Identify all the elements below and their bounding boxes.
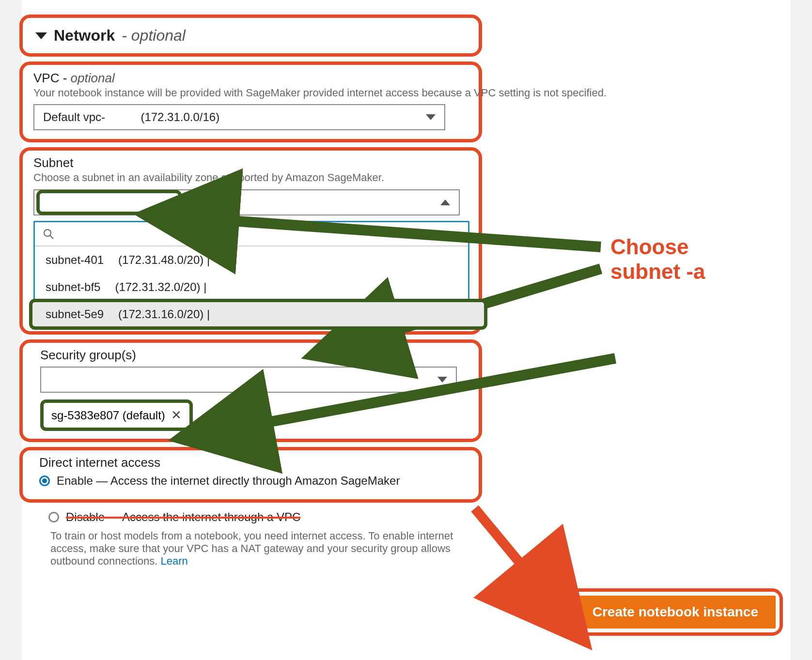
vpc-help-text: Your notebook instance will be provided … — [33, 87, 468, 99]
subnet-search-row — [35, 222, 468, 246]
security-group-chip: sg-5383e807 (default) ✕ — [40, 399, 193, 431]
internet-access-label: Direct internet access — [39, 455, 468, 470]
radio-checked-icon — [39, 476, 50, 486]
internet-disable-text: Disable — Access the internet through a … — [66, 507, 300, 527]
chevron-down-icon — [426, 114, 436, 120]
subnet-label: Subnet — [33, 155, 468, 170]
vpc-label-text: VPC - — [33, 71, 71, 85]
internet-enable-text: Enable — Access the internet directly th… — [57, 474, 400, 488]
annotation-choose-subnet: Choose subnet -a — [610, 235, 705, 284]
subnet-option-cidr: (172.31.32.0/20) | — [115, 280, 206, 294]
internet-disable-row: Disable — Access the internet through a … — [19, 505, 482, 568]
svg-line-1 — [50, 235, 53, 239]
cta-callout: Create notebook instance — [568, 588, 783, 636]
subnet-block: Subnet Choose a subnet in an availabilit… — [19, 147, 482, 335]
svg-point-0 — [44, 230, 51, 236]
vpc-selected-value: Default vpc- (172.31.0.0/16) — [43, 110, 219, 124]
vpc-label: VPC - optional — [33, 71, 468, 86]
disable-help-text: To train or host models from a notebook,… — [50, 530, 453, 567]
subnet-dropdown: subnet-401 (172.31.48.0/20) | subnet-bf5… — [33, 221, 469, 329]
caret-down-icon — [35, 32, 47, 39]
security-group-select[interactable] — [40, 367, 457, 393]
internet-disable-option[interactable]: Disable — Access the internet through a … — [48, 505, 471, 530]
subnet-search-input[interactable] — [59, 227, 460, 241]
radio-unchecked-icon — [48, 512, 59, 522]
security-group-block: Security group(s) sg-5383e807 (default) … — [19, 339, 482, 442]
vpc-block: VPC - optional Your notebook instance wi… — [19, 61, 482, 142]
chevron-down-icon — [437, 377, 447, 383]
create-notebook-button[interactable]: Create notebook instance — [574, 595, 777, 629]
security-group-label: Security group(s) — [40, 348, 468, 363]
internet-access-block: Direct internet access Enable — Access t… — [19, 447, 482, 503]
subnet-option-cidr: (172.31.48.0/20) | — [118, 253, 210, 267]
subnet-option[interactable]: subnet-401 (172.31.48.0/20) | — [35, 246, 468, 274]
subnet-select-trigger[interactable] — [33, 189, 460, 215]
section-title: Network — [54, 27, 115, 45]
vpc-optional: optional — [71, 71, 115, 85]
subnet-option-id: subnet-5e9 — [46, 307, 104, 321]
chevron-up-icon — [440, 200, 450, 205]
subnet-help: Choose a subnet in an availability zone … — [33, 171, 468, 184]
subnet-option[interactable]: subnet-bf5 (172.31.32.0/20) | — [35, 274, 468, 301]
subnet-option-id: subnet-401 — [46, 253, 104, 267]
subnet-option-cidr: (172.31.16.0/20) | — [118, 307, 210, 321]
learn-link[interactable]: Learn — [161, 555, 188, 567]
vpc-select[interactable]: Default vpc- (172.31.0.0/16) — [33, 104, 445, 130]
internet-enable-option[interactable]: Enable — Access the internet directly th… — [39, 471, 468, 491]
network-section-header[interactable]: Network - optional — [19, 15, 482, 57]
remove-chip-icon[interactable]: ✕ — [171, 408, 182, 423]
subnet-option-id: subnet-bf5 — [46, 280, 100, 294]
internet-disable-help: To train or host models from a notebook,… — [48, 530, 471, 568]
search-icon — [43, 228, 54, 240]
section-optional: - optional — [122, 27, 186, 45]
subnet-option-highlighted[interactable]: subnet-5e9 (172.31.16.0/20) | — [35, 301, 468, 328]
security-group-chip-text: sg-5383e807 (default) — [51, 409, 165, 422]
